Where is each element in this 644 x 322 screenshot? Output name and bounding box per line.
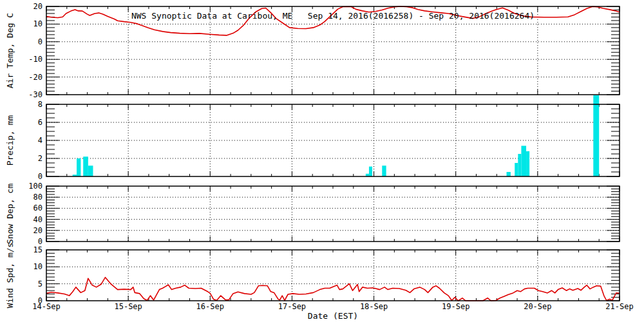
- y-tick-label: 10: [33, 262, 43, 271]
- x-tick-label: 18-Sep: [360, 302, 388, 311]
- x-tick-label: 19-Sep: [442, 302, 469, 311]
- y-tick-label: 0: [38, 172, 43, 181]
- y-tick-label: 10: [33, 19, 43, 28]
- y-tick-label: 20: [33, 2, 43, 11]
- plot-canvas: 20100-10-20-30Air Temp, Deg C86420Precip…: [0, 0, 644, 322]
- x-tick-label: 21-Sep: [605, 302, 633, 311]
- y-tick-label: 0: [38, 237, 43, 246]
- x-axis-title: Date (EST): [46, 311, 620, 321]
- precip-bar: [593, 95, 599, 176]
- precip-bar: [521, 146, 526, 176]
- y-tick-label: 2: [38, 154, 43, 163]
- precip-bar: [518, 154, 521, 176]
- y-tick-label: 20: [33, 226, 43, 235]
- precip-bar: [515, 163, 518, 176]
- precip-bar: [507, 172, 511, 176]
- y-tick-label: 80: [33, 193, 43, 202]
- precip-bar: [526, 151, 529, 176]
- y-tick-label: 8: [38, 100, 43, 109]
- precip-bar: [369, 167, 372, 176]
- y-axis-label-wind-speed: Wind Spd, m/s: [5, 243, 15, 308]
- y-tick-label: 4: [38, 136, 43, 145]
- precip-bar: [382, 166, 386, 176]
- x-tick-label: 20-Sep: [524, 302, 551, 311]
- y-tick-label: 15: [33, 245, 43, 254]
- chart-title: NWS Synoptic Data at Caribou, ME Sep 14,…: [46, 11, 620, 21]
- y-axis-label-snow-depth: Snow Dep, cm: [5, 184, 15, 244]
- y-tick-label: 60: [33, 204, 43, 213]
- y-tick-label: 100: [28, 182, 43, 191]
- panel-frame-snow-depth: [46, 186, 620, 242]
- y-axis-label-precip: Precip, mm: [5, 115, 15, 166]
- wind-speed-line: [46, 278, 620, 301]
- panel-frame-wind-speed: [46, 250, 620, 301]
- precip-bar: [88, 166, 93, 176]
- x-tick-label: 16-Sep: [196, 302, 224, 311]
- y-tick-label: -10: [28, 55, 43, 64]
- y-tick-label: 0: [38, 37, 43, 46]
- y-axis-label-air-temp: Air Temp, Deg C: [5, 13, 15, 88]
- y-tick-label: 40: [33, 215, 43, 224]
- figure: 20100-10-20-30Air Temp, Deg C86420Precip…: [0, 0, 644, 322]
- y-tick-label: -30: [28, 90, 43, 99]
- y-tick-label: -20: [28, 73, 43, 82]
- precip-bar: [83, 156, 88, 176]
- precip-bar: [77, 158, 80, 176]
- x-tick-label: 14-Sep: [32, 302, 60, 311]
- y-tick-label: 6: [38, 118, 43, 127]
- y-tick-label: 5: [38, 279, 43, 289]
- x-tick-label: 17-Sep: [278, 302, 306, 311]
- x-tick-label: 15-Sep: [114, 302, 142, 311]
